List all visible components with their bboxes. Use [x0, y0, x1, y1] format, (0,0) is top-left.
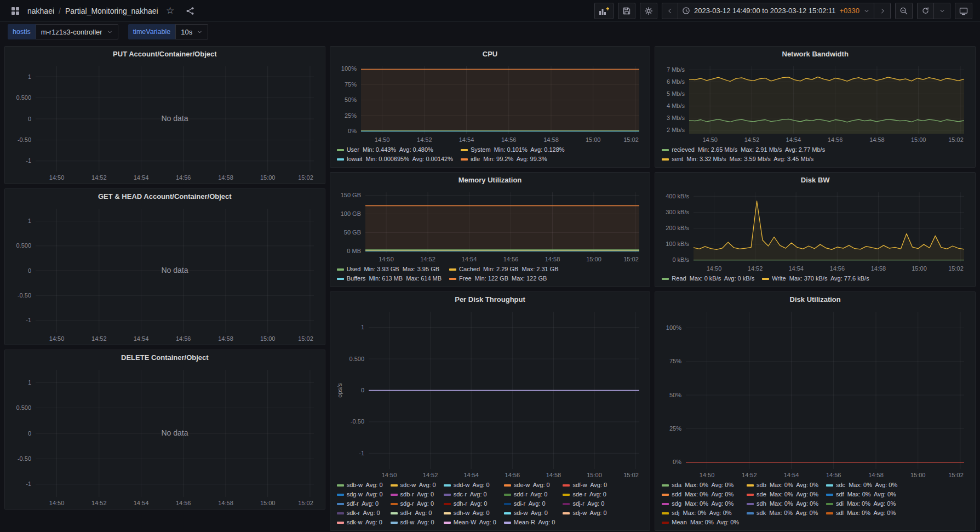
legend-item-sdd-r[interactable]: sdd-r Avg: 0	[504, 490, 555, 499]
breadcrumb-folder[interactable]: nakhaei	[27, 7, 54, 15]
clock-icon	[682, 7, 690, 15]
dashboard-settings-button[interactable]	[640, 3, 657, 19]
legend-item-Buffers[interactable]: Buffers Min: 613 MB Max: 614 MB	[337, 274, 442, 283]
legend-item-Read[interactable]: Read Max: 0 kB/s Avg: 0 kB/s	[662, 274, 754, 283]
panel-body: 10.5000-0.50-114:5014:5214:5414:5614:581…	[5, 204, 325, 345]
variable-selected-value: 10s	[181, 28, 192, 36]
legend-item-sdh-w[interactable]: sdh-w Avg: 0	[444, 509, 496, 517]
legend-item-recieved[interactable]: recieved Min: 2.65 Mb/s Max: 2.91 Mb/s A…	[662, 146, 825, 154]
legend-item-Mean[interactable]: Mean Max: 0% Avg: 0%	[662, 518, 739, 527]
save-dashboard-button[interactable]	[618, 3, 635, 19]
panel-body: 10.5000-0.50-114:5014:5214:5414:5614:581…	[5, 365, 325, 509]
kiosk-mode-button[interactable]	[955, 3, 972, 19]
x-axis-tick-label: 15:00	[911, 136, 926, 143]
time-shift-back-button[interactable]	[662, 3, 678, 19]
legend-item-sdf[interactable]: sdf Max: 0% Avg: 0%	[826, 490, 897, 499]
chart-area[interactable]: 10.5000-0.50-114:5014:5214:5414:5614:581…	[10, 61, 319, 182]
legend-item-sdh-r[interactable]: sdh-r Avg: 0	[444, 500, 496, 508]
panel-title[interactable]: Disk BW	[655, 173, 975, 187]
panel-body: 0 kB/s100 kB/s200 kB/s300 kB/s400 kB/s14…	[655, 187, 975, 287]
x-axis-tick-label: 15:00	[910, 472, 926, 478]
legend-item-sdl[interactable]: sdl Max: 0% Avg: 0%	[826, 509, 897, 517]
panel-title[interactable]: CPU	[330, 47, 650, 61]
legend-item-User[interactable]: User Min: 0.443% Avg: 0.480%	[337, 146, 453, 154]
legend-item-Used[interactable]: Used Min: 3.93 GB Max: 3.95 GB	[337, 265, 442, 273]
legend-item-Mean-W[interactable]: Mean-W Avg: 0	[444, 518, 496, 527]
series-color-marker	[461, 158, 468, 161]
legend-item-sdc-r[interactable]: sdc-r Avg: 0	[444, 490, 496, 499]
panel-title[interactable]: Per Disk Throughput	[330, 292, 650, 307]
time-shift-forward-button[interactable]	[874, 3, 891, 19]
variable-value-dropdown[interactable]: 10s	[175, 24, 208, 39]
variable-value-dropdown[interactable]: m-r1z1s3-controller	[36, 24, 118, 39]
legend-item-Cached[interactable]: Cached Min: 2.29 GB Max: 2.31 GB	[449, 265, 559, 273]
x-axis-tick-label: 14:54	[459, 136, 474, 143]
legend-item-sdd-w[interactable]: sdd-w Avg: 0	[444, 481, 496, 489]
legend-item-sdf-r[interactable]: sdf-r Avg: 0	[337, 500, 383, 508]
legend-item-System[interactable]: System Min: 0.101% Avg: 0.128%	[461, 146, 565, 154]
dashboards-grid-icon[interactable]	[8, 3, 23, 19]
legend-item-sdb[interactable]: sdb Max: 0% Avg: 0%	[747, 481, 818, 489]
series-color-marker	[391, 484, 398, 487]
panel-title[interactable]: DELETE Container/Object	[5, 350, 325, 365]
legend-item-sdj[interactable]: sdj Max: 0% Avg: 0%	[662, 509, 739, 517]
save-icon	[622, 7, 631, 15]
legend-item-Write[interactable]: Write Max: 370 kB/s Avg: 77.6 kB/s	[762, 274, 869, 283]
legend-item-sdc[interactable]: sdc Max: 0% Avg: 0%	[826, 481, 897, 489]
legend-item-sdk[interactable]: sdk Max: 0% Avg: 0%	[747, 509, 818, 517]
y-axis-tick-label: 0	[361, 387, 364, 393]
chart-area[interactable]: 0 kB/s100 kB/s200 kB/s300 kB/s400 kB/s14…	[661, 187, 970, 273]
chart-area[interactable]: 0%25%50%75%100%14:5014:5214:5414:5614:58…	[661, 307, 970, 480]
legend-item-sdl-r[interactable]: sdl-r Avg: 0	[391, 509, 436, 517]
chart-area[interactable]: 10.5000-0.50-114:5014:5214:5414:5614:581…	[10, 204, 319, 344]
panel-title[interactable]: GET & HEAD Account/Container/Object	[5, 189, 325, 204]
zoom-out-time-button[interactable]	[895, 3, 913, 19]
legend-item-sdi-r[interactable]: sdi-r Avg: 0	[504, 500, 555, 508]
y-axis-tick-label: 0	[28, 267, 31, 274]
legend-item-sde-r[interactable]: sde-r Avg: 0	[563, 490, 607, 499]
legend-item-sdk-w[interactable]: sdk-w Avg: 0	[337, 518, 383, 527]
share-dashboard-button[interactable]	[182, 3, 198, 19]
add-panel-button[interactable]	[594, 3, 614, 19]
legend-item-sdc-w[interactable]: sdc-w Avg: 0	[391, 481, 436, 489]
legend-item-sde-w[interactable]: sde-w Avg: 0	[504, 481, 555, 489]
legend-item-Iowait[interactable]: Iowait Min: 0.000695% Avg: 0.00142%	[337, 155, 453, 163]
legend-item-sdd[interactable]: sdd Max: 0% Avg: 0%	[662, 490, 739, 499]
x-axis-tick-label: 14:56	[503, 256, 518, 262]
time-range-picker-button[interactable]: 2023-03-12 14:49:00 to 2023-03-12 15:02:…	[678, 3, 874, 19]
legend-item-sdl-w[interactable]: sdl-w Avg: 0	[391, 518, 436, 527]
legend-item-sda[interactable]: sda Max: 0% Avg: 0%	[662, 481, 739, 489]
legend-item-sdj-w[interactable]: sdj-w Avg: 0	[563, 509, 607, 517]
legend-item-sdg[interactable]: sdg Max: 0% Avg: 0%	[662, 500, 739, 508]
chart-area[interactable]: 0 MB50 GB100 GB150 GB14:5014:5214:5414:5…	[336, 187, 645, 264]
refresh-interval-picker-button[interactable]	[934, 3, 950, 19]
star-dashboard-button[interactable]: ☆	[163, 3, 178, 19]
legend-item-Mean-R[interactable]: Mean-R Avg: 0	[504, 518, 555, 527]
panel-title[interactable]: Disk Utilization	[655, 292, 975, 307]
legend-item-sdi[interactable]: sdi Max: 0% Avg: 0%	[826, 500, 897, 508]
chart-area[interactable]: 10.5000-0.50-114:5014:5214:5414:5614:581…	[336, 307, 645, 480]
legend-item-sent[interactable]: sent Min: 3.32 Mb/s Max: 3.59 Mb/s Avg: …	[662, 155, 825, 163]
legend-item-sdj-r[interactable]: sdj-r Avg: 0	[563, 500, 607, 508]
legend-item-Free[interactable]: Free Min: 122 GB Max: 122 GB	[449, 274, 559, 283]
series-color-marker	[391, 503, 398, 505]
panel-title[interactable]: Memory Utilization	[330, 173, 650, 187]
series-color-marker	[449, 278, 456, 280]
chart-area[interactable]: 0%25%50%75%100%14:5014:5214:5414:5614:58…	[336, 61, 645, 145]
chart-area[interactable]: 2 Mb/s3 Mb/s4 Mb/s5 Mb/s6 Mb/s7 Mb/s14:5…	[661, 61, 970, 145]
refresh-dashboard-button[interactable]	[917, 3, 934, 19]
panel-title[interactable]: PUT Account/Container/Object	[5, 47, 325, 61]
legend-item-sdg-w[interactable]: sdg-w Avg: 0	[337, 490, 383, 499]
panel-title[interactable]: Network Bandwidth	[655, 47, 975, 61]
legend-item-sdb-r[interactable]: sdb-r Avg: 0	[391, 490, 436, 499]
legend-item-idle[interactable]: idle Min: 99.2% Avg: 99.3%	[461, 155, 565, 163]
y-axis-tick-label: 0.500	[349, 356, 364, 362]
legend-item-sdh[interactable]: sdh Max: 0% Avg: 0%	[747, 500, 818, 508]
legend-item-sdg-r[interactable]: sdg-r Avg: 0	[391, 500, 436, 508]
legend-item-sdk-r[interactable]: sdk-r Avg: 0	[337, 509, 383, 517]
legend-item-sdf-w[interactable]: sdf-w Avg: 0	[563, 481, 607, 489]
chart-area[interactable]: 10.5000-0.50-114:5014:5214:5414:5614:581…	[10, 365, 319, 508]
legend-item-sde[interactable]: sde Max: 0% Avg: 0%	[747, 490, 818, 499]
legend-item-sdi-w[interactable]: sdi-w Avg: 0	[504, 509, 555, 517]
legend-item-sdb-w[interactable]: sdb-w Avg: 0	[337, 481, 383, 489]
